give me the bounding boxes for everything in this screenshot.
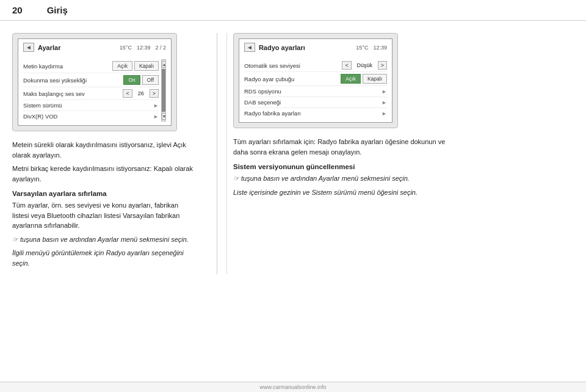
row-arrow: ► — [153, 103, 159, 109]
page-number: 20 — [12, 5, 23, 15]
stepper: < 26 > — [123, 89, 159, 98]
left-screen-time: 12:39 — [137, 45, 151, 51]
column-divider — [217, 33, 217, 274]
stepper-right[interactable]: > — [378, 61, 387, 70]
left-column: ◄ Ayarlar 15°C 12:39 2 / 2 Metin kaydırm… — [12, 33, 208, 274]
left-section-title: Varsayılan ayarlara sıfırlama — [12, 190, 195, 197]
footer-url: www.carmanualsonline.info — [259, 384, 326, 390]
right-screen-rows: Otomatik ses seviyesi < Düşük > Radyo ay… — [244, 59, 387, 118]
table-row: Maks başlangıç ses sev < 26 > — [23, 87, 159, 100]
kapali-button[interactable]: Kapalı — [134, 61, 159, 71]
page-title: Giriş — [47, 5, 68, 15]
left-screen-mockup: ◄ Ayarlar 15°C 12:39 2 / 2 Metin kaydırm… — [12, 33, 177, 131]
scrollbar[interactable]: ▲ ▼ — [161, 59, 166, 122]
left-screen-content: Metin kaydırma Açık Kapalı Dokunma sesi … — [23, 59, 166, 122]
right-text-block: Tüm ayarları sıfırlamak için: Radyo fabr… — [233, 137, 446, 157]
table-row: Otomatik ses seviyesi < Düşük > — [244, 59, 387, 72]
right-column: ◄ Radyo ayarları 15°C 12:39 Otomatik ses… — [226, 33, 458, 274]
table-row[interactable]: RDS opsiyonu ► — [244, 86, 387, 97]
table-row[interactable]: DivX(R) VOD ► — [23, 111, 159, 122]
table-row: Dokunma sesi yüksekliği On Off — [23, 73, 159, 87]
page-header: 20 Giriş — [0, 0, 586, 21]
scroll-down[interactable]: ▼ — [162, 113, 166, 120]
table-row: Radyo ayar çubuğu Açık Kapalı — [244, 72, 387, 86]
scroll-thumb[interactable] — [162, 69, 165, 112]
left-screen-title: Ayarlar — [38, 44, 61, 51]
stepper: < Düşük > — [342, 61, 387, 70]
right-paragraph2: ☞ tuşuna basın ve ardından Ayarlar menü … — [233, 173, 446, 184]
right-screen-header-left: ◄ Radyo ayarları — [244, 43, 305, 52]
table-row: Metin kaydırma Açık Kapalı — [23, 59, 159, 73]
content-area: ◄ Ayarlar 15°C 12:39 2 / 2 Metin kaydırm… — [0, 21, 586, 286]
left-paragraph5: İlgili menüyü görüntülemek için Radyo ay… — [12, 248, 195, 268]
right-text-block2: ☞ tuşuna basın ve ardından Ayarlar menü … — [233, 173, 446, 197]
right-screen-temp: 15°C — [356, 45, 368, 51]
row-arrow: ► — [382, 89, 387, 95]
right-section-title: Sistem versiyonunun güncellenmesi — [233, 163, 446, 170]
stepper-value: Düşük — [354, 62, 375, 68]
stepper-right[interactable]: > — [150, 89, 159, 98]
row-arrow: ► — [382, 100, 387, 106]
stepper-left[interactable]: < — [123, 89, 132, 98]
table-row[interactable]: Sistem sürümü ► — [23, 100, 159, 111]
right-screen-time: 12:39 — [373, 45, 387, 51]
left-screen-inner: ◄ Ayarlar 15°C 12:39 2 / 2 Metin kaydırm… — [18, 38, 172, 126]
right-screen-inner: ◄ Radyo ayarları 15°C 12:39 Otomatik ses… — [239, 38, 392, 123]
on-button[interactable]: On — [123, 75, 140, 85]
row-arrow: ► — [382, 111, 387, 117]
right-paragraph3: Liste içerisinde gezinin ve Sistem sürüm… — [233, 187, 446, 198]
left-text-block: Metein sürekli olarak kaydırılmasını ist… — [12, 140, 195, 184]
kapali-button[interactable]: Kapalı — [363, 74, 387, 84]
left-screen-header-left: ◄ Ayarlar — [23, 43, 60, 52]
back-icon[interactable]: ◄ — [23, 43, 34, 52]
left-screen-rows: Metin kaydırma Açık Kapalı Dokunma sesi … — [23, 59, 159, 122]
left-paragraph3: Tüm ayarlar, örn. ses seviyesi ve konu a… — [12, 200, 195, 231]
left-paragraph4: ☞ tuşuna basın ve ardından Ayarlar menü … — [12, 234, 195, 245]
left-screen-header: ◄ Ayarlar 15°C 12:39 2 / 2 — [23, 43, 166, 54]
acik-button[interactable]: Açık — [112, 61, 132, 71]
stepper-value: 26 — [135, 90, 147, 96]
right-screen-title: Radyo ayarları — [259, 44, 305, 51]
right-paragraph1: Tüm ayarları sıfırlamak için: Radyo fabr… — [233, 137, 446, 157]
off-button[interactable]: Off — [142, 75, 159, 85]
table-row[interactable]: Radyo fabrika ayarları ► — [244, 108, 387, 118]
back-icon[interactable]: ◄ — [244, 43, 255, 52]
row-arrow: ► — [153, 114, 159, 120]
scroll-up[interactable]: ▲ — [162, 61, 166, 68]
left-screen-temp: 15°C — [120, 45, 132, 51]
left-screen-pagination: 2 / 2 — [155, 45, 166, 51]
table-row[interactable]: DAB seçeneği ► — [244, 97, 387, 108]
right-screen-mockup: ◄ Radyo ayarları 15°C 12:39 Otomatik ses… — [233, 33, 398, 128]
footer: www.carmanualsonline.info — [0, 382, 586, 392]
left-paragraph1: Metein sürekli olarak kaydırılmasını ist… — [12, 140, 195, 160]
right-screen-header: ◄ Radyo ayarları 15°C 12:39 — [244, 43, 387, 54]
acik-button[interactable]: Açık — [341, 74, 361, 84]
left-paragraph2: Metni birkaç kerede kaydırılmasını istiy… — [12, 164, 195, 184]
stepper-left[interactable]: < — [342, 61, 351, 70]
left-text-block2: Tüm ayarlar, örn. ses seviyesi ve konu a… — [12, 200, 195, 268]
